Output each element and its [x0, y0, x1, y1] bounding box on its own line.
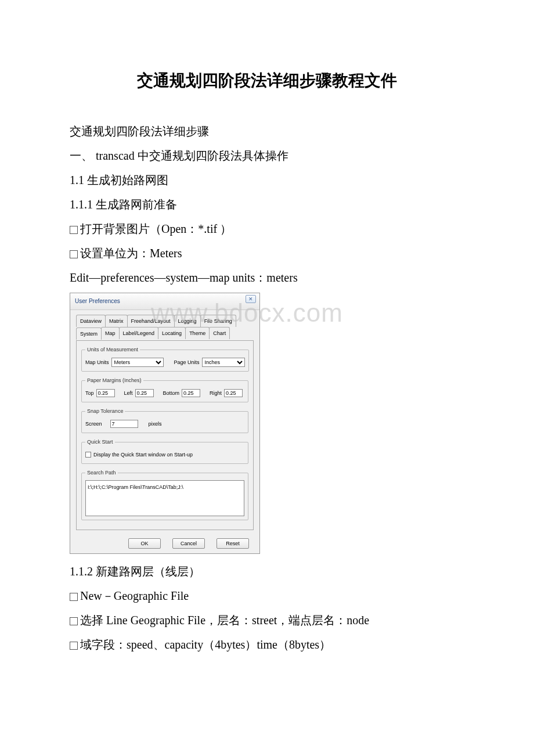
- page-units-label: Page Units: [174, 357, 200, 368]
- tab-system[interactable]: System: [76, 327, 102, 340]
- tab-chart[interactable]: Chart: [209, 327, 230, 339]
- dialog-title: User Preferences: [75, 298, 120, 304]
- map-units-label: Map Units: [85, 357, 109, 368]
- checkbox-glyph: [70, 250, 78, 258]
- group-snap: Snap Tolerance Screen pixels: [81, 406, 248, 433]
- tab-theme[interactable]: Theme: [185, 327, 210, 339]
- para-new-geo-text: New－Geographic File: [80, 589, 189, 602]
- tab-strip: Dataview Matrix Freehand/Layout Logging …: [76, 315, 254, 339]
- tab-filesharing[interactable]: File Sharing: [200, 315, 236, 327]
- group-margins: Paper Margins (Inches) Top Left Bottom R…: [81, 375, 248, 402]
- group-units: Units of Measurement Map Units Meters Pa…: [81, 344, 249, 372]
- tab-logging[interactable]: Logging: [174, 315, 201, 327]
- para-edit-pref: Edit—preferences—system—map units：meters: [70, 266, 464, 289]
- cancel-button[interactable]: Cancel: [172, 538, 205, 549]
- para-line-geo: 选择 Line Geographic File，层名：street，端点层名：n…: [70, 609, 464, 632]
- para-fields: 域字段：speed、capacity（4bytes）time（8bytes）: [70, 633, 464, 656]
- group-snap-legend: Snap Tolerance: [85, 406, 125, 416]
- para-open-bg-text: 打开背景图片（Open：*.tif ）: [80, 222, 232, 235]
- para-set-units: 设置单位为：Meters: [70, 242, 464, 265]
- snap-screen-input[interactable]: [110, 420, 138, 428]
- quickstart-checkbox[interactable]: [85, 452, 91, 458]
- margin-top-input[interactable]: [96, 389, 115, 397]
- checkbox-glyph: [70, 642, 78, 650]
- margin-bottom-label: Bottom: [163, 388, 180, 398]
- para-1-1-1: 1.1.1 生成路网前准备: [70, 193, 464, 216]
- document-body: 交通规划四阶段法详细步骤 一、 transcad 中交通规划四阶段法具体操作 1…: [70, 120, 464, 656]
- para-open-bg: 打开背景图片（Open：*.tif ）: [70, 217, 464, 240]
- margin-left-label: Left: [124, 388, 133, 398]
- ok-button[interactable]: OK: [128, 538, 161, 549]
- margin-right-label: Right: [210, 388, 222, 398]
- snap-screen-label: Screen: [85, 419, 102, 429]
- group-searchpath: Search Path I:\;H:\;C:\Program Files\Tra…: [81, 467, 248, 520]
- group-margins-legend: Paper Margins (Inches): [85, 375, 143, 386]
- reset-button[interactable]: Reset: [217, 538, 249, 549]
- para-section-1: 一、 transcad 中交通规划四阶段法具体操作: [70, 144, 464, 167]
- snap-pixels-label: pixels: [149, 419, 162, 429]
- checkbox-glyph: [70, 226, 78, 234]
- checkbox-glyph: [70, 617, 78, 625]
- map-units-select[interactable]: Meters: [111, 358, 164, 367]
- page-title: 交通规划四阶段法详细步骤教程文件: [70, 70, 464, 92]
- para-1-1-2: 1.1.2 新建路网层（线层）: [70, 560, 464, 583]
- tab-freehand[interactable]: Freehand/Layout: [127, 315, 175, 327]
- margin-top-label: Top: [85, 388, 94, 398]
- margin-left-input[interactable]: [135, 389, 154, 397]
- para-subtitle: 交通规划四阶段法详细步骤: [70, 120, 464, 143]
- checkbox-glyph: [70, 593, 78, 601]
- para-set-units-text: 设置单位为：Meters: [80, 247, 182, 260]
- tab-locating[interactable]: Locating: [158, 327, 186, 339]
- margin-right-input[interactable]: [224, 389, 243, 397]
- group-units-legend: Units of Measurement: [85, 344, 140, 355]
- group-quickstart: Quick Start Display the Quick Start wind…: [81, 437, 248, 464]
- para-new-geo: New－Geographic File: [70, 584, 464, 607]
- searchpath-textarea[interactable]: I:\;H:\;C:\Program Files\TransCAD\Tab;J:…: [85, 480, 244, 516]
- margin-bottom-input[interactable]: [182, 389, 200, 397]
- page-units-select[interactable]: Inches: [202, 358, 245, 367]
- quickstart-text: Display the Quick Start window on Start-…: [93, 449, 193, 460]
- tab-matrix[interactable]: Matrix: [105, 315, 128, 327]
- para-fields-text: 域字段：speed、capacity（4bytes）time（8bytes）: [80, 638, 331, 651]
- tab-panel-system: Units of Measurement Map Units Meters Pa…: [76, 340, 254, 530]
- tab-dataview[interactable]: Dataview: [76, 315, 106, 327]
- para-line-geo-text: 选择 Line Geographic File，层名：street，端点层名：n…: [80, 614, 369, 627]
- dialog-titlebar: User Preferences ✕: [70, 293, 259, 310]
- dialog-button-row: OK Cancel Reset: [70, 535, 259, 553]
- tab-map[interactable]: Map: [101, 327, 120, 339]
- tab-label[interactable]: Label/Legend: [119, 327, 159, 339]
- user-preferences-dialog: User Preferences ✕ Dataview Matrix Freeh…: [70, 293, 260, 554]
- group-searchpath-legend: Search Path: [85, 467, 118, 478]
- close-icon[interactable]: ✕: [246, 295, 256, 303]
- para-1-1: 1.1 生成初始路网图: [70, 168, 464, 192]
- group-quickstart-legend: Quick Start: [85, 437, 115, 447]
